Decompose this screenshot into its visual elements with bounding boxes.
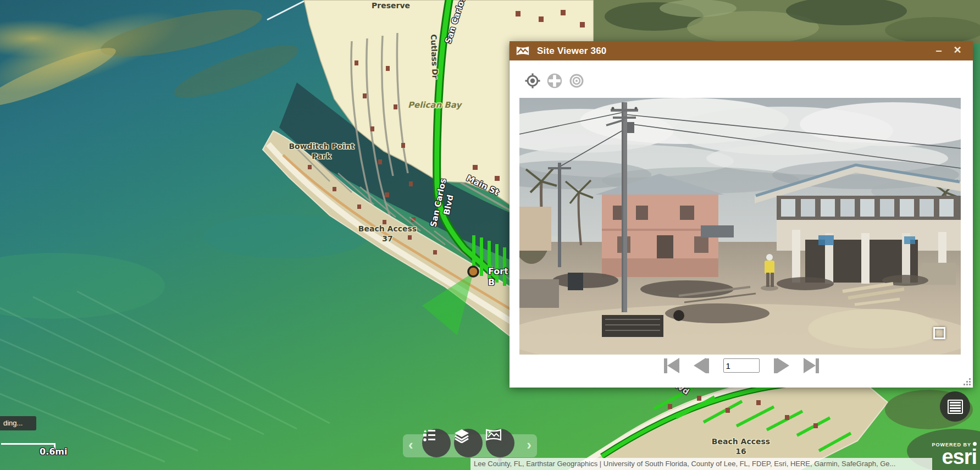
next-frame-button[interactable] xyxy=(774,358,789,373)
site-viewer-window: Site Viewer 360 – ✕ xyxy=(510,41,973,388)
site-photo-scene xyxy=(519,98,961,355)
window-titlebar[interactable]: Site Viewer 360 – ✕ xyxy=(510,41,973,60)
site-marker xyxy=(468,267,478,277)
panorama-icon xyxy=(486,429,501,441)
table-icon xyxy=(948,400,963,414)
far-left-building xyxy=(519,207,551,251)
carousel-next-icon[interactable]: › xyxy=(527,436,531,454)
attribute-table-button[interactable] xyxy=(940,391,970,422)
target-rings-icon[interactable] xyxy=(569,73,584,89)
legend-button[interactable] xyxy=(422,429,451,457)
last-frame-button[interactable] xyxy=(804,358,819,373)
frame-number-input[interactable] xyxy=(723,358,760,373)
loading-toast: ding... xyxy=(0,416,36,430)
close-button[interactable]: ✕ xyxy=(948,41,967,60)
esri-logo: POWERED BY esri xyxy=(932,439,977,465)
layers-button[interactable] xyxy=(454,429,483,457)
viewer-toolbar xyxy=(525,73,584,89)
carousel-prev-icon[interactable]: ‹ xyxy=(408,436,413,454)
clouds xyxy=(519,98,961,203)
first-frame-button[interactable] xyxy=(664,358,679,373)
minimize-button[interactable]: – xyxy=(929,41,948,60)
photo-navigation xyxy=(510,358,973,373)
resize-grip[interactable] xyxy=(962,377,971,386)
panorama-title-icon xyxy=(516,46,529,56)
layers-icon xyxy=(454,429,469,443)
panorama-viewer-button[interactable] xyxy=(486,429,514,457)
legend-icon xyxy=(422,429,436,442)
site-photo-360[interactable] xyxy=(519,98,961,355)
pan-compass-icon[interactable] xyxy=(547,73,562,89)
esri-wordmark: esri xyxy=(932,449,977,465)
fullscreen-icon[interactable] xyxy=(933,327,945,339)
scale-bar xyxy=(1,443,56,450)
previous-frame-button[interactable] xyxy=(694,358,709,373)
aerial-imagery-band xyxy=(594,0,980,44)
map-attribution: Lee County, FL, Earthstar Geographics | … xyxy=(470,458,932,470)
window-title: Site Viewer 360 xyxy=(537,46,607,57)
recenter-crosshair-icon[interactable] xyxy=(525,73,540,89)
